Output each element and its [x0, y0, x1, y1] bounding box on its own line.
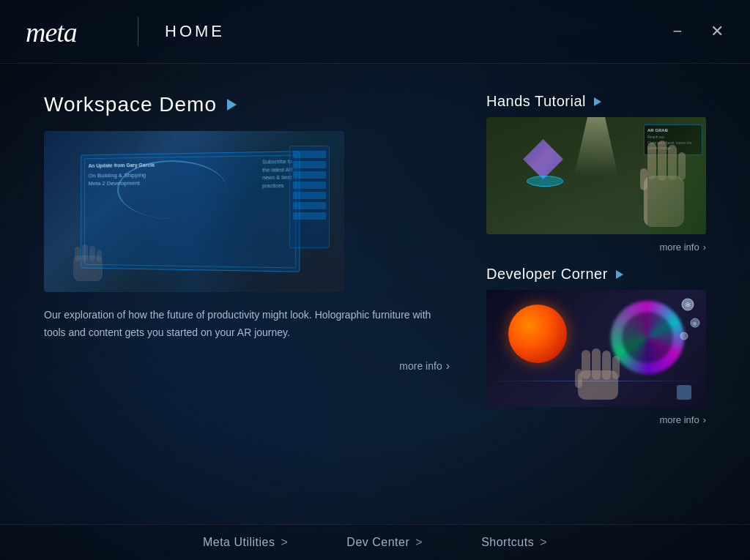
header-divider: [138, 17, 138, 46]
minimize-button[interactable]: −: [667, 20, 688, 42]
mini-bot: [677, 385, 691, 400]
svg-rect-5: [89, 246, 95, 261]
dev-more-info-arrow-icon: ›: [703, 414, 706, 425]
meta-utilities-link[interactable]: Meta Utilities >: [203, 536, 288, 549]
workspace-demo-title: Workspace Demo: [44, 93, 450, 116]
left-panel: Workspace Demo An Update from Gary Garci…: [44, 93, 450, 509]
hands-tutorial-play-icon[interactable]: [594, 97, 601, 106]
meta-logo: meta: [22, 13, 125, 50]
svg-rect-22: [578, 370, 618, 400]
header-title: HOME: [165, 22, 225, 41]
svg-text:❄: ❄: [692, 321, 697, 327]
shortcuts-link[interactable]: Shortcuts >: [481, 536, 547, 549]
shortcuts-arrow-icon: >: [540, 536, 547, 549]
svg-rect-3: [75, 247, 81, 261]
developer-corner-more-info[interactable]: more info ›: [659, 414, 706, 425]
svg-rect-4: [82, 244, 88, 261]
svg-text:❄: ❄: [685, 301, 691, 309]
dev-sphere: [508, 305, 567, 363]
svg-point-17: [680, 332, 688, 340]
workspace-demo-description: Our exploration of how the future of pro…: [44, 307, 450, 342]
hands-tutorial-card: Hands Tutorial AR GRAB Reach out: [486, 93, 706, 253]
dev-center-arrow-icon: >: [415, 536, 423, 549]
developer-corner-play-icon[interactable]: [616, 270, 623, 279]
svg-rect-6: [97, 250, 102, 261]
hands-tutorial-more-info[interactable]: more info ›: [659, 242, 706, 253]
octahedron: [523, 139, 563, 179]
developer-corner-title: Developer Corner: [486, 266, 706, 283]
close-button[interactable]: ✕: [706, 20, 728, 42]
holo-disc: [527, 176, 563, 187]
dev-particles-icon: ❄ ❄: [658, 294, 702, 352]
main-content: Workspace Demo An Update from Gary Garci…: [0, 64, 750, 524]
svg-rect-23: [575, 369, 582, 388]
holo-object: [523, 139, 567, 183]
holo-curve: [117, 160, 227, 219]
developer-corner-card: Developer Corner ❄ ❄: [486, 266, 706, 425]
developer-corner-thumbnail[interactable]: ❄ ❄: [486, 290, 706, 407]
dev-center-link[interactable]: Dev Center >: [346, 536, 423, 549]
right-panel: Hands Tutorial AR GRAB Reach out: [486, 93, 706, 509]
header-controls: − ✕: [667, 20, 728, 42]
workspace-demo-play-icon[interactable]: [227, 99, 237, 111]
more-info-arrow-icon: ›: [446, 359, 450, 373]
hands-tutorial-title: Hands Tutorial: [486, 93, 706, 110]
holo-side-panel: [289, 146, 330, 248]
footer: Meta Utilities > Dev Center > Shortcuts …: [0, 524, 750, 560]
hands-tutorial-thumbnail[interactable]: AR GRAB Reach out Open your hand, notice…: [486, 117, 706, 234]
hand-silhouette-icon: [59, 241, 117, 285]
workspace-demo-more-info[interactable]: more info ›: [399, 359, 450, 373]
workspace-demo-thumbnail[interactable]: An Update from Gary Garcia On Building &…: [44, 131, 344, 292]
meta-utilities-arrow-icon: >: [281, 536, 289, 549]
hand-dev-icon: [574, 348, 647, 400]
spotlight: [574, 117, 618, 176]
app-container: meta HOME − ✕ Workspace Demo An Update f…: [0, 0, 750, 560]
logo-area: meta HOME: [22, 13, 225, 50]
svg-text:meta: meta: [26, 17, 77, 48]
header: meta HOME − ✕: [0, 0, 750, 64]
hands-more-info-arrow-icon: ›: [703, 242, 706, 253]
